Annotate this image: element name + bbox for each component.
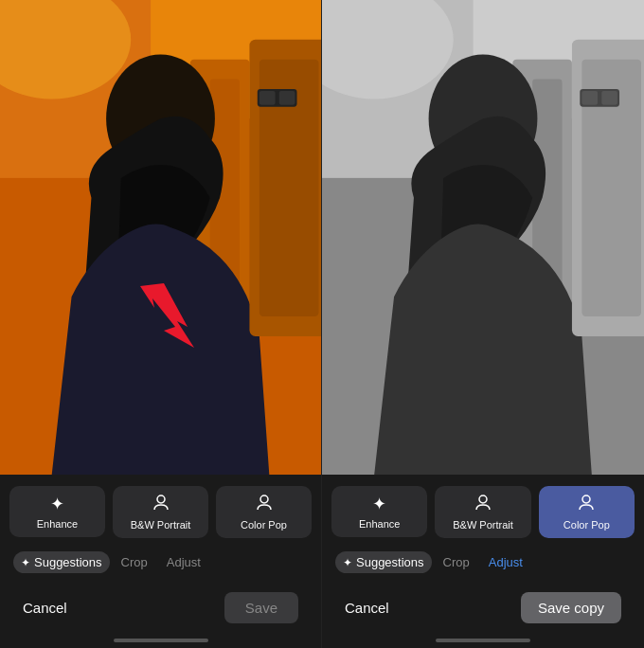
right-suggestions-icon: ✦ [343,556,352,569]
crop-tab-label: Crop [121,555,148,569]
right-tab-suggestions[interactable]: ✦ Suggestions [335,551,432,573]
right-home-bar [436,639,530,642]
right-color-pop-icon [578,494,595,515]
left-home-indicator [9,639,312,648]
right-color-pop-label: Color Pop [564,519,610,531]
left-color-pop-btn[interactable]: Color Pop [216,486,312,538]
left-panel: ✦ Enhance B&W Portrait [0,0,322,648]
right-cancel-btn[interactable]: Cancel [345,596,389,620]
right-tab-crop[interactable]: Crop [436,551,477,573]
right-adjust-tab-label: Adjust [489,555,523,569]
right-suggestions-tab-label: Suggestions [356,555,424,569]
right-crop-tab-label: Crop [443,555,470,569]
left-enhance-btn[interactable]: ✦ Enhance [9,486,105,537]
bw-portrait-icon [152,494,170,515]
left-filter-row: ✦ Enhance B&W Portrait [9,486,312,538]
svg-point-28 [479,495,487,503]
left-cancel-btn[interactable]: Cancel [23,596,67,620]
svg-rect-27 [601,91,617,105]
right-bw-portrait-label: B&W Portrait [453,519,513,531]
left-action-bar: Cancel Save [9,583,312,639]
left-photo-area [0,0,321,475]
svg-point-15 [260,495,268,503]
color-pop-label: Color Pop [241,519,287,531]
right-enhance-icon: ✦ [372,494,386,514]
right-person-image [322,0,644,475]
left-controls: ✦ Enhance B&W Portrait [0,475,321,648]
svg-rect-26 [581,91,598,105]
right-save-copy-btn[interactable]: Save copy [521,592,621,623]
right-enhance-btn[interactable]: ✦ Enhance [331,486,427,537]
left-tab-adjust[interactable]: Adjust [159,551,208,573]
right-tab-adjust[interactable]: Adjust [481,551,530,573]
svg-point-29 [582,495,590,503]
adjust-tab-label: Adjust [167,555,201,569]
right-controls: ✦ Enhance B&W Portrait [322,475,644,648]
left-tab-bar: ✦ Suggestions Crop Adjust [9,551,312,573]
color-pop-icon [256,494,273,515]
left-person-image [0,0,321,475]
right-bw-portrait-icon [474,494,492,515]
enhance-label: Enhance [37,518,78,530]
right-color-pop-btn[interactable]: Color Pop [539,486,635,538]
right-tab-bar: ✦ Suggestions Crop Adjust [331,551,635,573]
bw-portrait-label: B&W Portrait [131,519,191,531]
left-tab-crop[interactable]: Crop [114,551,155,573]
right-enhance-label: Enhance [359,518,400,530]
suggestions-icon: ✦ [21,556,30,569]
right-action-bar: Cancel Save copy [331,583,635,639]
left-home-bar [114,639,208,642]
left-tab-suggestions[interactable]: ✦ Suggestions [13,551,110,573]
svg-rect-11 [279,91,295,105]
enhance-icon: ✦ [50,494,64,514]
left-bw-portrait-btn[interactable]: B&W Portrait [113,486,208,538]
left-save-btn[interactable]: Save [224,592,298,623]
right-filter-row: ✦ Enhance B&W Portrait [331,486,635,538]
svg-rect-10 [259,91,276,105]
right-photo-area [322,0,644,475]
svg-point-14 [157,495,165,503]
right-home-indicator [331,639,635,648]
right-panel: ✦ Enhance B&W Portrait [322,0,644,648]
right-bw-portrait-btn[interactable]: B&W Portrait [435,486,530,538]
suggestions-tab-label: Suggestions [34,555,102,569]
